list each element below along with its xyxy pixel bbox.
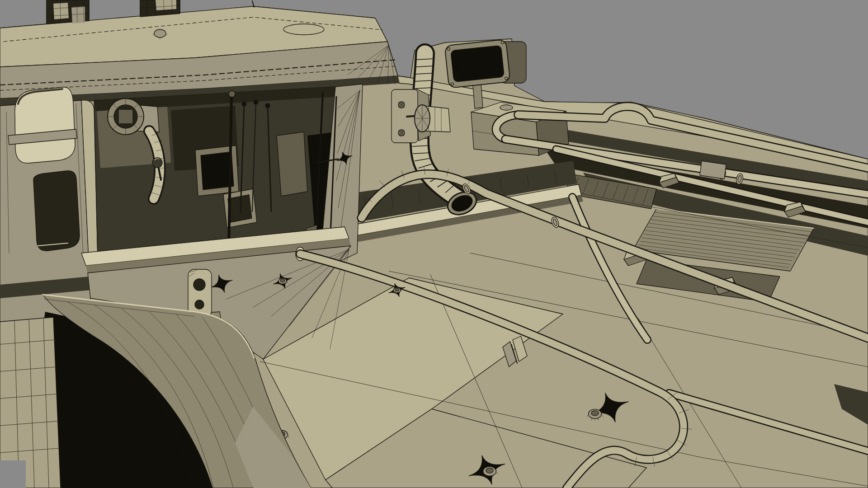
interior-console: [195, 145, 239, 196]
background-gap: [0, 460, 26, 488]
operator-seat: [277, 132, 307, 196]
left-wall-upper-cutout: [15, 87, 75, 163]
left-wall-lower-cutout: [33, 171, 80, 251]
lamp-pole: [473, 84, 483, 108]
antenna-mast-right: [140, 0, 180, 17]
work-lamp: [445, 39, 510, 88]
application-window: [0, 0, 868, 488]
viewport-3d[interactable]: [0, 0, 868, 488]
antenna-mast-left: [47, 0, 89, 24]
projector-lamp: [415, 105, 450, 132]
